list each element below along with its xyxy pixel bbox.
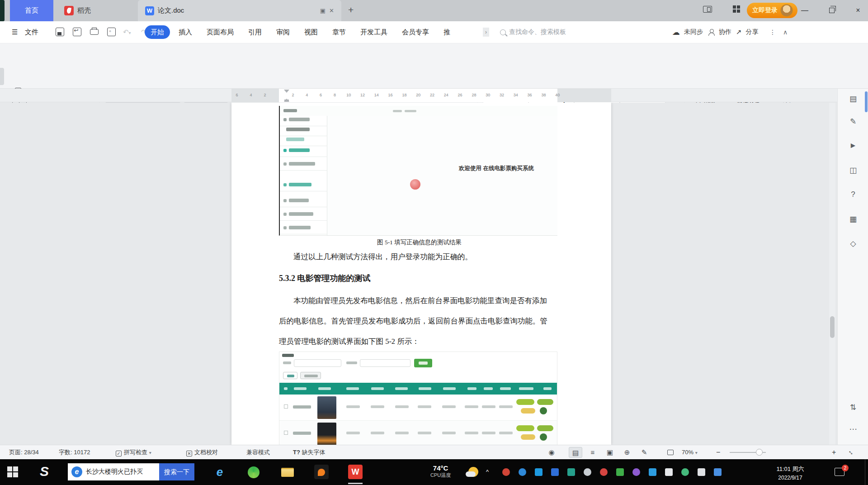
action-button-circle [540, 433, 547, 441]
scroll-pages-icon[interactable]: ⇅ [838, 403, 868, 412]
page-view-icon[interactable]: ▤ [569, 447, 582, 458]
new-tab-button[interactable]: + [348, 5, 354, 15]
ribbon-tab-页面布局[interactable]: 页面布局 [201, 25, 240, 39]
login-button[interactable]: 立即登录 [747, 3, 797, 18]
outline-view-icon[interactable]: ≡ [586, 447, 599, 458]
navigation-pane-handle[interactable] [0, 68, 4, 85]
weather-icon[interactable] [468, 467, 478, 477]
export-icon[interactable] [71, 27, 82, 37]
qq-icon[interactable] [535, 468, 542, 476]
left-indent-marker[interactable] [284, 100, 289, 102]
zoom-slider-knob[interactable] [756, 449, 763, 456]
cpu-temp-widget[interactable]: 74°C CPU温度 [430, 464, 451, 479]
eye-protect-icon[interactable]: ◉ [545, 447, 558, 458]
collapse-ribbon-icon[interactable]: ∧ [783, 21, 788, 43]
ban-icon[interactable] [502, 468, 510, 476]
taskbar-clock[interactable]: 11:01 周六 2022/9/17 [769, 465, 812, 481]
help-icon[interactable]: ? [838, 190, 868, 199]
start-button[interactable] [7, 466, 18, 477]
web-view-icon[interactable]: ⊕ [620, 447, 634, 458]
ribbon-tab-会员专享[interactable]: 会员专享 [396, 25, 435, 39]
hamburger-icon[interactable]: ☰ [12, 21, 18, 43]
ink-edit-icon[interactable]: ✎ [637, 447, 651, 458]
wifi-icon[interactable] [584, 468, 591, 476]
wps-app-icon[interactable]: W [348, 465, 363, 479]
tab-home[interactable]: 首页 [10, 0, 53, 21]
douyu-icon[interactable] [314, 465, 329, 479]
print-icon[interactable] [89, 27, 99, 37]
more-tools-icon[interactable]: ⋯ [838, 424, 868, 434]
tab-document[interactable]: W 论文.doc ▣ ✕ [138, 0, 341, 21]
page-indicator[interactable]: 页面: 28/34 [9, 445, 39, 460]
message-icon[interactable] [551, 468, 559, 476]
select-tool-icon[interactable]: ► [838, 141, 868, 150]
print-preview-icon[interactable] [106, 27, 117, 37]
zoom-out-button[interactable]: − [716, 445, 720, 460]
minimize-button[interactable]: — [796, 4, 814, 17]
sync-status[interactable]: ☁ 未同步 [672, 21, 703, 43]
ribbon-tab-插入[interactable]: 插入 [173, 25, 198, 39]
file-menu[interactable]: 文件 [25, 21, 38, 43]
compat-mode-label[interactable]: 兼容模式 [246, 445, 270, 460]
ribbon-tab-审阅[interactable]: 审阅 [270, 25, 296, 39]
ribbon-tab-推[interactable]: 推 [438, 25, 456, 39]
ribbon-tab-开始[interactable]: 开始 [145, 25, 170, 39]
green-app-icon[interactable] [681, 468, 689, 476]
read-mode-icon[interactable]: ▣ [603, 447, 617, 458]
ribbon-tabs-overflow[interactable]: › [483, 28, 489, 37]
word-count[interactable]: 字数: 10172 [59, 445, 90, 460]
fullscreen-icon[interactable]: ↔ [844, 444, 859, 459]
missing-font-button[interactable]: T? 缺失字体 [293, 445, 326, 460]
close-button[interactable]: × [849, 4, 867, 17]
ribbon-tab-视图[interactable]: 视图 [298, 25, 324, 39]
graphics-icon[interactable] [616, 468, 624, 476]
measure-tool-icon[interactable]: ◫ [838, 166, 868, 175]
ribbon-tab-章节[interactable]: 章节 [326, 25, 352, 39]
scrollbar-thumb[interactable] [830, 316, 835, 338]
doc-assistant-icon[interactable]: ▤ [838, 94, 868, 104]
ribbon-tab-开发工具[interactable]: 开发工具 [354, 25, 393, 39]
document-page[interactable]: 欢迎使用 在线电影票购买系统 图 5-1 填写正确信息的测试结果 通过以上几种测… [231, 103, 611, 445]
tab-docer[interactable]: 稻壳 [57, 0, 98, 21]
tab-close-icon[interactable]: ✕ [329, 7, 334, 14]
split-view-icon[interactable] [702, 5, 713, 16]
tab-pin-icon[interactable]: ▣ [320, 7, 326, 14]
file-explorer-icon[interactable] [280, 465, 295, 479]
music-icon[interactable] [632, 468, 640, 476]
spell-check-toggle[interactable]: ✓拼写检查 ▾ [116, 445, 151, 460]
sogou-icon[interactable]: S [40, 464, 49, 479]
first-line-indent-marker[interactable] [284, 90, 289, 95]
share-button[interactable]: ↗ 分享 [736, 21, 759, 43]
horizontal-ruler[interactable]: 642246810121416182022242628303234363840 [0, 89, 837, 102]
ie-icon[interactable]: e [212, 465, 227, 479]
app-grid-icon[interactable] [731, 5, 742, 16]
pc-manager-icon[interactable] [519, 468, 526, 476]
undo-icon[interactable]: ↶▾ [123, 21, 131, 43]
shield-icon[interactable] [567, 468, 575, 476]
zoom-level[interactable]: 70% ▾ [682, 445, 698, 460]
bluetooth-icon[interactable] [649, 468, 656, 476]
browser-360-icon[interactable] [246, 465, 261, 479]
pen-tool-icon[interactable]: ✎ [838, 117, 868, 126]
taskbar-search[interactable]: e 长沙大楼明火已扑灭 [68, 463, 159, 480]
battery-icon[interactable] [665, 468, 673, 476]
document-canvas[interactable]: 欢迎使用 在线电影票购买系统 图 5-1 填写正确信息的测试结果 通过以上几种测… [0, 103, 837, 445]
show-desktop-button[interactable] [865, 459, 868, 485]
restore-button[interactable] [823, 4, 841, 17]
search-go-button[interactable]: 搜索一下 [159, 463, 194, 480]
command-search[interactable]: 查找命令、搜索模板 [500, 27, 618, 38]
zoom-in-button[interactable]: + [832, 445, 836, 460]
document-scrollbar[interactable] [829, 103, 835, 445]
shape-tool-icon[interactable]: ◇ [838, 239, 868, 248]
fit-page-icon[interactable] [667, 445, 674, 460]
ribbon-tab-引用[interactable]: 引用 [242, 25, 268, 39]
more-menu-icon[interactable]: ⋮ [769, 21, 776, 43]
input-method-icon[interactable] [714, 468, 722, 476]
collaborate-button[interactable]: 协作 [708, 21, 731, 43]
proofread-button[interactable]: ✕文档校对 [186, 445, 218, 460]
hidden-icons-chevron[interactable]: ^ [486, 468, 489, 476]
recorder-icon[interactable] [600, 468, 608, 476]
stamp-tool-icon[interactable]: ▦ [838, 214, 868, 224]
volume-icon[interactable] [698, 468, 705, 476]
save-icon[interactable] [54, 27, 65, 37]
